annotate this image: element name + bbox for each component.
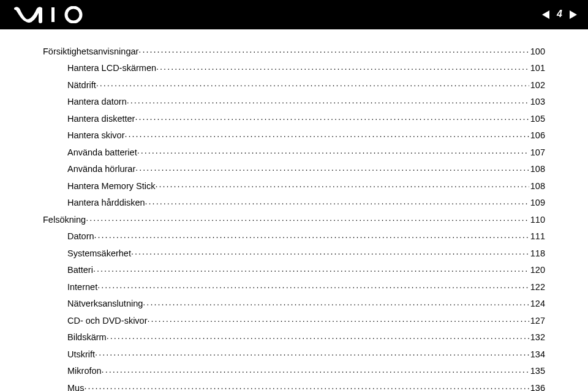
toc-page: 136 — [529, 384, 545, 392]
toc-entry[interactable]: Mus136 — [43, 382, 545, 391]
toc-page: 120 — [529, 266, 545, 275]
toc-title: Hantera LCD-skärmen — [67, 64, 156, 73]
dot-leader — [107, 332, 529, 341]
toc-page: 118 — [529, 249, 545, 258]
vaio-logo — [13, 6, 93, 23]
toc-page: 100 — [529, 47, 545, 56]
toc-entry[interactable]: Hantera disketter105 — [43, 113, 545, 123]
toc-page: 105 — [529, 114, 545, 124]
toc-page: 124 — [529, 299, 545, 308]
dot-leader — [86, 214, 529, 223]
header-bar: 4 — [0, 0, 588, 29]
toc-title: Mus — [67, 384, 84, 392]
dot-leader — [97, 281, 529, 290]
toc-title: Nätverksanslutning — [67, 299, 143, 308]
toc-entry[interactable]: Systemsäkerhet118 — [43, 247, 545, 258]
toc-page: 110 — [529, 215, 545, 225]
toc-title: Batteri — [67, 266, 93, 275]
toc-page: 107 — [529, 148, 545, 157]
toc-entry[interactable]: CD- och DVD-skivor127 — [43, 315, 545, 325]
dot-leader — [131, 247, 529, 256]
dot-leader — [155, 180, 529, 189]
dot-leader — [127, 96, 529, 105]
toc-page: 108 — [529, 182, 545, 191]
toc-entry[interactable]: Mikrofon135 — [43, 365, 545, 376]
toc-title: Hantera skivor — [67, 131, 124, 140]
toc-title: Försiktighetsanvisningar — [43, 47, 138, 56]
toc-title: Nätdrift — [67, 81, 96, 90]
toc-entry[interactable]: Hantera hårddisken109 — [43, 197, 545, 207]
toc-entry[interactable]: Felsökning110 — [43, 214, 545, 224]
dot-leader — [137, 146, 529, 155]
toc-page: 135 — [529, 367, 545, 376]
toc-page: 109 — [529, 198, 545, 207]
svg-point-1 — [66, 7, 81, 22]
toc-entry[interactable]: Datorn111 — [43, 231, 545, 241]
toc-title: Hantera disketter — [67, 114, 135, 124]
toc-entry[interactable]: Batteri120 — [43, 264, 545, 275]
toc-title: Internet — [67, 283, 97, 292]
page-number: 4 — [556, 9, 564, 21]
toc-page: 108 — [529, 165, 545, 174]
dot-leader — [145, 197, 529, 206]
dot-leader — [148, 315, 529, 324]
toc-entry[interactable]: Bildskärm132 — [43, 332, 545, 342]
prev-page-arrow-icon[interactable] — [542, 10, 549, 19]
toc-page: 111 — [529, 232, 545, 241]
toc-title: Hantera Memory Stick — [67, 182, 155, 191]
dot-leader — [135, 113, 529, 122]
toc-page: 132 — [529, 333, 545, 342]
dot-leader — [135, 163, 529, 173]
toc-title: Hantera hårddisken — [67, 198, 145, 207]
dot-leader — [143, 298, 529, 307]
toc-title: CD- och DVD-skivor — [67, 316, 148, 326]
dot-leader — [124, 130, 529, 139]
dot-leader — [156, 62, 529, 72]
toc-title: Mikrofon — [67, 367, 102, 376]
toc-entry[interactable]: Hantera skivor106 — [43, 130, 545, 140]
toc-page: 102 — [529, 81, 545, 90]
page-nav: 4 — [542, 9, 577, 21]
toc-entry[interactable]: Använda hörlurar108 — [43, 163, 545, 174]
dot-leader — [96, 79, 529, 88]
toc-content: Försiktighetsanvisningar100Hantera LCD-s… — [0, 29, 588, 391]
toc-title: Använda hörlurar — [67, 165, 135, 174]
toc-entry[interactable]: Internet122 — [43, 281, 545, 291]
toc-title: Utskrift — [67, 350, 95, 359]
toc-entry[interactable]: Nätdrift102 — [43, 79, 545, 89]
toc-entry[interactable]: Hantera LCD-skärmen101 — [43, 62, 545, 73]
next-page-arrow-icon[interactable] — [570, 10, 577, 19]
toc-title: Systemsäkerhet — [67, 249, 131, 258]
svg-rect-0 — [51, 7, 55, 22]
dot-leader — [93, 264, 529, 274]
toc-title: Hantera datorn — [67, 97, 127, 106]
toc-entry[interactable]: Hantera Memory Stick108 — [43, 180, 545, 190]
toc-page: 122 — [529, 283, 545, 292]
dot-leader — [138, 45, 529, 54]
toc-entry[interactable]: Hantera datorn103 — [43, 96, 545, 106]
toc-entry[interactable]: Utskrift134 — [43, 348, 545, 359]
toc-page: 134 — [529, 350, 545, 359]
dot-leader — [84, 382, 529, 391]
toc-title: Felsökning — [43, 215, 86, 225]
dot-leader — [102, 365, 529, 374]
toc-title: Använda batteriet — [67, 148, 137, 157]
toc-page: 101 — [529, 64, 545, 73]
toc-page: 106 — [529, 131, 545, 140]
toc-page: 103 — [529, 97, 545, 106]
toc-entry[interactable]: Försiktighetsanvisningar100 — [43, 45, 545, 56]
dot-leader — [95, 348, 529, 357]
toc-page: 127 — [529, 316, 545, 326]
toc-title: Datorn — [67, 232, 94, 241]
toc-title: Bildskärm — [67, 333, 107, 342]
dot-leader — [94, 231, 529, 240]
toc-entry[interactable]: Använda batteriet107 — [43, 146, 545, 157]
toc-entry[interactable]: Nätverksanslutning124 — [43, 298, 545, 308]
